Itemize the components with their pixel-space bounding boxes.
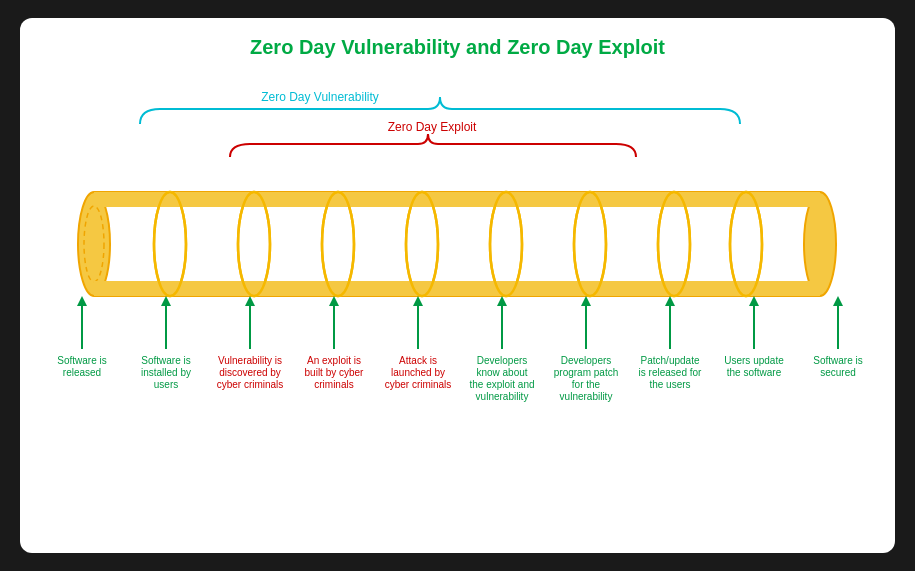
diagram-area: Zero Day Vulnerability Zero Day Exploit (40, 69, 875, 519)
svg-marker-38 (665, 296, 675, 306)
svg-marker-30 (329, 296, 339, 306)
svg-text:Software is: Software is (813, 355, 862, 366)
svg-text:cyber criminals: cyber criminals (385, 379, 452, 390)
svg-text:Patch/update: Patch/update (641, 355, 700, 366)
svg-marker-26 (161, 296, 171, 306)
svg-point-0 (78, 192, 110, 296)
svg-text:cyber criminals: cyber criminals (217, 379, 284, 390)
svg-point-20 (574, 192, 606, 296)
svg-text:Vulnerability is: Vulnerability is (218, 355, 282, 366)
svg-point-21 (658, 192, 690, 296)
svg-rect-13 (94, 192, 820, 207)
svg-text:installed by: installed by (141, 367, 191, 378)
svg-text:built by cyber: built by cyber (305, 367, 365, 378)
exploit-label: Zero Day Exploit (388, 120, 477, 134)
svg-rect-14 (94, 281, 820, 296)
svg-text:vulnerability: vulnerability (476, 391, 529, 402)
svg-text:Software is: Software is (141, 355, 190, 366)
svg-text:Developers: Developers (561, 355, 612, 366)
svg-point-18 (406, 192, 438, 296)
svg-point-15 (154, 192, 186, 296)
svg-marker-34 (497, 296, 507, 306)
svg-point-17 (322, 192, 354, 296)
svg-text:for the: for the (572, 379, 601, 390)
svg-text:Users update: Users update (724, 355, 784, 366)
svg-point-19 (490, 192, 522, 296)
svg-text:secured: secured (820, 367, 856, 378)
svg-text:is released for: is released for (639, 367, 702, 378)
svg-text:Software is: Software is (57, 355, 106, 366)
svg-text:Attack is: Attack is (399, 355, 437, 366)
svg-text:vulnerability: vulnerability (560, 391, 613, 402)
svg-text:criminals: criminals (314, 379, 353, 390)
svg-marker-28 (245, 296, 255, 306)
svg-text:An exploit is: An exploit is (307, 355, 361, 366)
svg-text:the users: the users (649, 379, 690, 390)
svg-point-4 (804, 192, 836, 296)
main-card: Zero Day Vulnerability and Zero Day Expl… (20, 18, 895, 553)
svg-text:launched by: launched by (391, 367, 445, 378)
svg-point-22 (730, 192, 762, 296)
svg-text:released: released (63, 367, 101, 378)
svg-marker-32 (413, 296, 423, 306)
svg-text:users: users (154, 379, 178, 390)
svg-marker-42 (833, 296, 843, 306)
svg-text:the exploit and: the exploit and (469, 379, 534, 390)
svg-marker-40 (749, 296, 759, 306)
svg-text:Developers: Developers (477, 355, 528, 366)
svg-point-16 (238, 192, 270, 296)
page-title: Zero Day Vulnerability and Zero Day Expl… (40, 36, 875, 59)
svg-marker-24 (77, 296, 87, 306)
svg-text:discovered by: discovered by (219, 367, 281, 378)
svg-marker-36 (581, 296, 591, 306)
vulnerability-label: Zero Day Vulnerability (261, 90, 379, 104)
svg-text:program patch: program patch (554, 367, 618, 378)
svg-text:know about: know about (476, 367, 527, 378)
svg-text:the software: the software (727, 367, 782, 378)
